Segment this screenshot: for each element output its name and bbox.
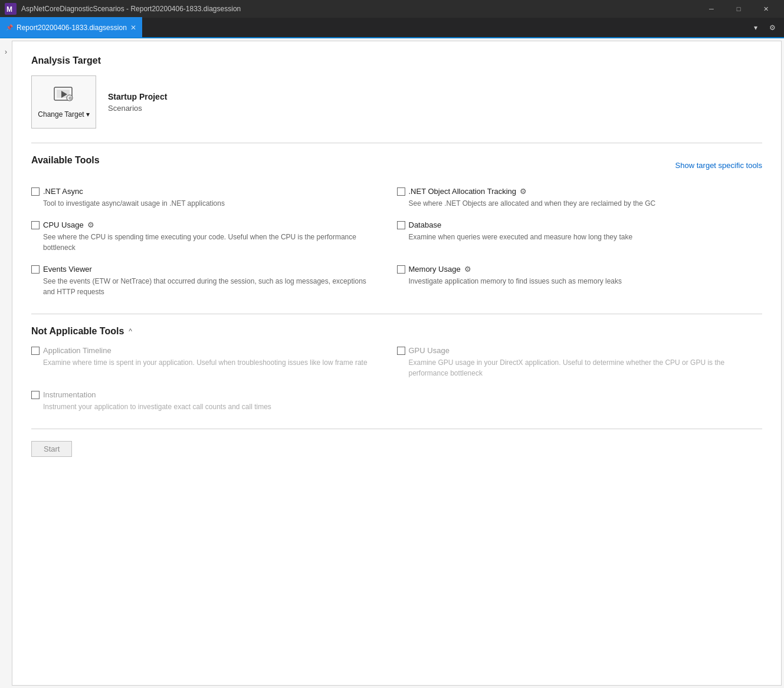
tool-item-dotnet-async: .NET Async Tool to investigate async/awa… xyxy=(31,187,397,220)
svg-text:⚙: ⚙ xyxy=(68,96,72,100)
maximize-button[interactable]: □ xyxy=(725,0,752,18)
tool-item-dotnet-object-allocation: .NET Object Allocation Tracking ⚙ See wh… xyxy=(397,187,763,220)
tool-header-database: Database xyxy=(397,220,744,229)
tool-header-instrumentation: Instrumentation xyxy=(31,390,378,399)
tool-checkbox-memory-usage[interactable] xyxy=(397,265,405,274)
not-applicable-header: Not Applicable Tools ^ xyxy=(31,326,762,337)
tab-bar: 📌 Report20200406-1833.diagsession ✕ ▾ ⚙ xyxy=(0,18,784,38)
tool-desc-app-timeline: Examine where time is spent in your appl… xyxy=(43,357,378,368)
divider-3 xyxy=(31,429,762,429)
tab-dropdown-button[interactable]: ▾ xyxy=(749,21,763,35)
tool-desc-instrumentation: Instrument your application to investiga… xyxy=(43,401,378,412)
tool-header-memory-usage: Memory Usage ⚙ xyxy=(397,265,744,274)
sidebar-toggle[interactable]: › xyxy=(0,38,12,688)
tab-bar-actions: ▾ ⚙ xyxy=(749,21,784,35)
divider-1 xyxy=(31,143,762,143)
tool-name-app-timeline: Application Timeline xyxy=(43,346,111,355)
change-target-label: Change Target ▾ xyxy=(38,110,89,118)
tool-item-cpu-usage: CPU Usage ⚙ See where the CPU is spendin… xyxy=(31,220,397,265)
tool-gear-memory-usage[interactable]: ⚙ xyxy=(464,265,471,274)
tab-gear-button[interactable]: ⚙ xyxy=(765,21,779,35)
title-bar-controls: ─ □ ✕ xyxy=(698,0,779,18)
start-button[interactable]: Start xyxy=(31,441,72,457)
tab-label: Report20200406-1833.diagsession xyxy=(17,24,127,32)
startup-project-name: Scenarios xyxy=(108,104,167,113)
show-target-tools-link[interactable]: Show target specific tools xyxy=(675,161,762,170)
tool-desc-memory-usage: Investigate application memory to find i… xyxy=(409,276,744,287)
tool-name-dotnet-object-allocation: .NET Object Allocation Tracking xyxy=(409,187,517,196)
tab-pin-icon: 📌 xyxy=(6,24,13,31)
start-btn-area: Start xyxy=(31,441,762,457)
tool-name-gpu-usage: GPU Usage xyxy=(409,346,450,355)
analysis-target-title: Analysis Target xyxy=(31,55,762,66)
tool-header-events-viewer: Events Viewer xyxy=(31,265,378,274)
tool-desc-cpu-usage: See where the CPU is spending time execu… xyxy=(43,232,378,253)
tool-name-database: Database xyxy=(409,220,442,229)
tool-checkbox-dotnet-object-allocation[interactable] xyxy=(397,187,405,196)
minimize-button[interactable]: ─ xyxy=(698,0,725,18)
tool-gear-cpu-usage[interactable]: ⚙ xyxy=(87,220,94,229)
tool-checkbox-dotnet-async[interactable] xyxy=(31,187,40,196)
available-tools-header: Available Tools Show target specific too… xyxy=(31,155,762,175)
tool-header-dotnet-object-allocation: .NET Object Allocation Tracking ⚙ xyxy=(397,187,744,196)
svg-text:M: M xyxy=(6,5,12,14)
tool-item-instrumentation: Instrumentation Instrument your applicat… xyxy=(31,390,397,424)
title-bar-text: AspNetCoreDiagnosticScenarios - Report20… xyxy=(21,5,693,13)
tool-name-events-viewer: Events Viewer xyxy=(43,265,92,274)
tool-gear-dotnet-object-allocation[interactable]: ⚙ xyxy=(520,187,527,196)
vs-logo: M xyxy=(5,3,17,15)
content-area: Analysis Target ⚙ Change T xyxy=(12,41,782,686)
diag-session-tab[interactable]: 📌 Report20200406-1833.diagsession ✕ xyxy=(0,17,142,38)
startup-project-info: Startup Project Scenarios xyxy=(108,92,167,113)
tool-desc-gpu-usage: Examine GPU usage in your DirectX applic… xyxy=(409,357,744,378)
tool-item-app-timeline: Application Timeline Examine where time … xyxy=(31,346,397,390)
tool-checkbox-events-viewer[interactable] xyxy=(31,265,40,274)
tab-close-button[interactable]: ✕ xyxy=(130,24,136,32)
tool-checkbox-app-timeline xyxy=(31,347,40,355)
tool-name-instrumentation: Instrumentation xyxy=(43,390,96,399)
tool-name-memory-usage: Memory Usage xyxy=(409,265,461,274)
collapse-arrow[interactable]: ^ xyxy=(129,327,132,335)
tool-header-app-timeline: Application Timeline xyxy=(31,346,378,355)
not-applicable-title: Not Applicable Tools xyxy=(31,326,124,337)
divider-2 xyxy=(31,314,762,314)
tool-desc-dotnet-object-allocation: See where .NET Objects are allocated and… xyxy=(409,198,744,209)
change-target-button[interactable]: ⚙ Change Target ▾ xyxy=(31,75,96,129)
tool-item-database: Database Examine when queries were execu… xyxy=(397,220,763,265)
tool-desc-events-viewer: See the events (ETW or NetTrace) that oc… xyxy=(43,276,378,297)
tool-checkbox-database[interactable] xyxy=(397,221,405,229)
analysis-target-box: ⚙ Change Target ▾ Startup Project Scenar… xyxy=(31,75,762,129)
tool-checkbox-cpu-usage[interactable] xyxy=(31,221,40,229)
tool-name-cpu-usage: CPU Usage xyxy=(43,220,84,229)
available-tools-grid: .NET Async Tool to investigate async/awa… xyxy=(31,187,762,309)
tool-checkbox-gpu-usage xyxy=(397,347,405,355)
main-area: › Analysis Target ⚙ xyxy=(0,38,784,688)
startup-project-label: Startup Project xyxy=(108,92,167,101)
close-button[interactable]: ✕ xyxy=(752,0,779,18)
tool-desc-dotnet-async: Tool to investigate async/await usage in… xyxy=(43,198,378,209)
change-target-icon: ⚙ xyxy=(53,86,74,108)
tool-checkbox-instrumentation xyxy=(31,391,40,399)
title-bar: M AspNetCoreDiagnosticScenarios - Report… xyxy=(0,0,784,18)
tool-header-gpu-usage: GPU Usage xyxy=(397,346,744,355)
tool-item-events-viewer: Events Viewer See the events (ETW or Net… xyxy=(31,265,397,309)
tool-item-memory-usage: Memory Usage ⚙ Investigate application m… xyxy=(397,265,763,309)
available-tools-title: Available Tools xyxy=(31,155,100,166)
not-applicable-tools-grid: Application Timeline Examine where time … xyxy=(31,346,762,424)
tool-header-dotnet-async: .NET Async xyxy=(31,187,378,196)
tool-item-gpu-usage: GPU Usage Examine GPU usage in your Dire… xyxy=(397,346,763,390)
analysis-target-section: Analysis Target ⚙ Change T xyxy=(31,55,762,129)
tool-desc-database: Examine when queries were executed and m… xyxy=(409,232,744,242)
available-tools-section: Available Tools Show target specific too… xyxy=(31,155,762,309)
not-applicable-tools-section: Not Applicable Tools ^ Application Timel… xyxy=(31,326,762,424)
tool-header-cpu-usage: CPU Usage ⚙ xyxy=(31,220,378,229)
tool-name-dotnet-async: .NET Async xyxy=(43,187,83,196)
